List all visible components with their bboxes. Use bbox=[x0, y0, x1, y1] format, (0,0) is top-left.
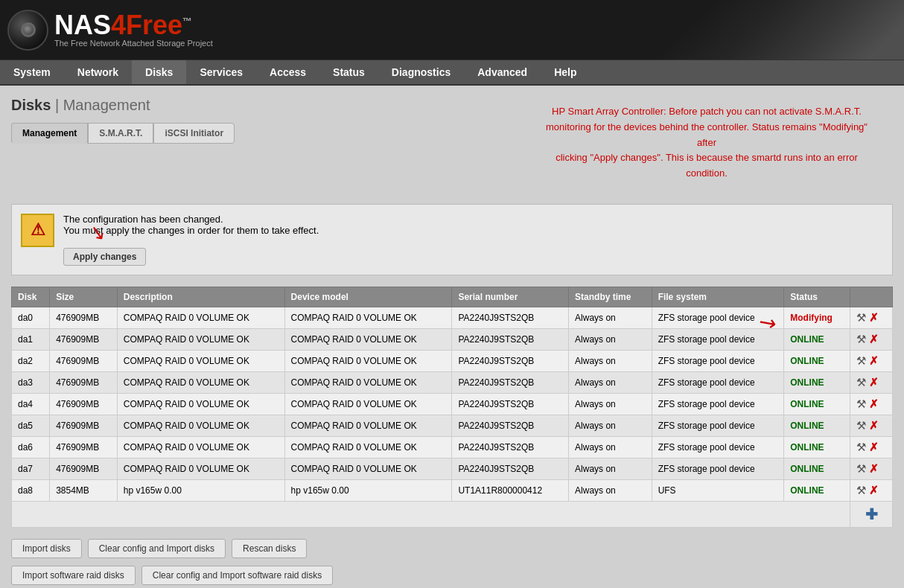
cell-device-model: COMPAQ RAID 0 VOLUME OK bbox=[284, 371, 452, 393]
edit-icon[interactable]: ⚒ bbox=[856, 484, 866, 497]
tab-smart[interactable]: S.M.A.R.T. bbox=[88, 123, 153, 144]
delete-icon[interactable]: ✗ bbox=[869, 397, 879, 411]
cell-device-model: COMPAQ RAID 0 VOLUME OK bbox=[284, 436, 452, 458]
logo-nas: NAS bbox=[54, 10, 111, 40]
cell-status: Modifying bbox=[784, 307, 850, 328]
cell-actions[interactable]: ⚒ ✗ bbox=[850, 350, 893, 371]
cell-actions[interactable]: ⚒ ✗ bbox=[850, 328, 893, 350]
cell-actions[interactable]: ⚒ ✗ bbox=[850, 393, 893, 415]
bottom-buttons-row2: Import software raid disks Clear config … bbox=[11, 566, 893, 585]
cell-actions[interactable]: ⚒ ✗ bbox=[850, 307, 893, 328]
delete-icon[interactable]: ✗ bbox=[869, 354, 879, 368]
delete-icon[interactable]: ✗ bbox=[869, 462, 879, 476]
cell-actions[interactable]: ⚒ ✗ bbox=[850, 436, 893, 458]
cell-actions[interactable]: ⚒ ✗ bbox=[850, 479, 893, 501]
nav-disks[interactable]: Disks bbox=[132, 60, 186, 84]
edit-icon[interactable]: ⚒ bbox=[856, 397, 866, 411]
cell-disk: da3 bbox=[12, 371, 50, 393]
edit-icon[interactable]: ⚒ bbox=[856, 462, 866, 476]
table-row: da6 476909MB COMPAQ RAID 0 VOLUME OK COM… bbox=[12, 436, 893, 458]
cell-status: ONLINE bbox=[784, 479, 850, 501]
cell-disk: da0 bbox=[12, 307, 50, 328]
delete-icon[interactable]: ✗ bbox=[869, 311, 879, 325]
cell-standby: Always on bbox=[569, 436, 652, 458]
delete-icon[interactable]: ✗ bbox=[869, 419, 879, 432]
delete-icon[interactable]: ✗ bbox=[869, 376, 879, 389]
edit-icon[interactable]: ⚒ bbox=[856, 311, 866, 325]
nav-system[interactable]: System bbox=[0, 60, 64, 84]
table-row: da7 476909MB COMPAQ RAID 0 VOLUME OK COM… bbox=[12, 458, 893, 479]
nav-diagnostics[interactable]: Diagnostics bbox=[378, 60, 464, 84]
add-disk-cell[interactable]: ✚ bbox=[850, 501, 893, 527]
add-disk-icon[interactable]: ✚ bbox=[865, 506, 878, 523]
cell-device-model: COMPAQ RAID 0 VOLUME OK bbox=[284, 307, 452, 328]
cell-filesystem: ZFS storage pool device bbox=[652, 458, 784, 479]
cell-actions[interactable]: ⚒ ✗ bbox=[850, 458, 893, 479]
cell-status: ONLINE bbox=[784, 371, 850, 393]
cell-serial: PA2240J9STS2QB bbox=[452, 371, 569, 393]
logo-area: NAS4Free™ The Free Network Attached Stor… bbox=[7, 10, 213, 51]
cell-serial: UT1A11R800000412 bbox=[452, 479, 569, 501]
title-sep: | bbox=[55, 97, 59, 113]
cell-device-model: COMPAQ RAID 0 VOLUME OK bbox=[284, 350, 452, 371]
warning-icon: ⚠ bbox=[21, 214, 54, 247]
cell-filesystem: ZFS storage pool device bbox=[652, 436, 784, 458]
add-disk-row: ✚ bbox=[12, 501, 893, 527]
logo-tm: ™ bbox=[182, 16, 192, 27]
import-disks-button[interactable]: Import disks bbox=[11, 539, 82, 558]
cell-serial: PA2240J9STS2QB bbox=[452, 415, 569, 436]
cell-filesystem: ZFS storage pool device bbox=[652, 371, 784, 393]
nav-services[interactable]: Services bbox=[186, 60, 256, 84]
apply-arrow-icon: ↘ bbox=[87, 220, 107, 245]
col-filesystem: File system bbox=[652, 287, 784, 307]
col-standby: Standby time bbox=[569, 287, 652, 307]
cell-disk: da4 bbox=[12, 393, 50, 415]
tab-iscsi[interactable]: iSCSI Initiator bbox=[153, 123, 235, 144]
table-row: da3 476909MB COMPAQ RAID 0 VOLUME OK COM… bbox=[12, 371, 893, 393]
edit-icon[interactable]: ⚒ bbox=[856, 354, 866, 368]
col-description: Description bbox=[117, 287, 284, 307]
page-title: Disks | Management bbox=[11, 97, 235, 114]
col-status: Status bbox=[784, 287, 850, 307]
logo-4free: 4Free bbox=[111, 10, 182, 40]
hp-notice-box: HP Smart Array Controller: Before patch … bbox=[521, 97, 893, 196]
cell-description: COMPAQ RAID 0 VOLUME OK bbox=[117, 393, 284, 415]
col-serial: Serial number bbox=[452, 287, 569, 307]
cell-disk: da8 bbox=[12, 479, 50, 501]
delete-icon[interactable]: ✗ bbox=[869, 441, 879, 454]
nav-access[interactable]: Access bbox=[256, 60, 319, 84]
nav-advanced[interactable]: Advanced bbox=[464, 60, 541, 84]
cell-device-model: COMPAQ RAID 0 VOLUME OK bbox=[284, 328, 452, 350]
cell-disk: da2 bbox=[12, 350, 50, 371]
cell-filesystem: ZFS storage pool device bbox=[652, 415, 784, 436]
tab-management[interactable]: Management bbox=[11, 123, 88, 144]
clear-import-software-raid-button[interactable]: Clear config and Import software raid di… bbox=[141, 566, 333, 585]
cell-description: COMPAQ RAID 0 VOLUME OK bbox=[117, 436, 284, 458]
cell-device-model: COMPAQ RAID 0 VOLUME OK bbox=[284, 458, 452, 479]
clear-import-disks-button[interactable]: Clear config and Import disks bbox=[88, 539, 226, 558]
cell-size: 476909MB bbox=[50, 328, 118, 350]
edit-icon[interactable]: ⚒ bbox=[856, 419, 866, 432]
import-software-raid-button[interactable]: Import software raid disks bbox=[11, 566, 136, 585]
apply-changes-button[interactable]: Apply changes bbox=[63, 248, 146, 266]
cell-size: 476909MB bbox=[50, 350, 118, 371]
cell-size: 476909MB bbox=[50, 371, 118, 393]
bottom-buttons-row1: Import disks Clear config and Import dis… bbox=[11, 539, 893, 558]
nav-status[interactable]: Status bbox=[319, 60, 378, 84]
cell-actions[interactable]: ⚒ ✗ bbox=[850, 371, 893, 393]
edit-icon[interactable]: ⚒ bbox=[856, 333, 866, 346]
edit-icon[interactable]: ⚒ bbox=[856, 441, 866, 454]
cell-filesystem: ZFS storage pool device bbox=[652, 350, 784, 371]
app-header: NAS4Free™ The Free Network Attached Stor… bbox=[0, 0, 904, 60]
nav-help[interactable]: Help bbox=[541, 60, 590, 84]
delete-icon[interactable]: ✗ bbox=[869, 484, 879, 497]
table-row: da1 476909MB COMPAQ RAID 0 VOLUME OK COM… bbox=[12, 328, 893, 350]
delete-icon[interactable]: ✗ bbox=[869, 333, 879, 346]
nav-network[interactable]: Network bbox=[64, 60, 132, 84]
cell-actions[interactable]: ⚒ ✗ bbox=[850, 415, 893, 436]
cell-disk: da6 bbox=[12, 436, 50, 458]
cell-size: 476909MB bbox=[50, 458, 118, 479]
cell-filesystem: ZFS storage pool device bbox=[652, 393, 784, 415]
rescan-disks-button[interactable]: Rescan disks bbox=[232, 539, 307, 558]
edit-icon[interactable]: ⚒ bbox=[856, 376, 866, 389]
